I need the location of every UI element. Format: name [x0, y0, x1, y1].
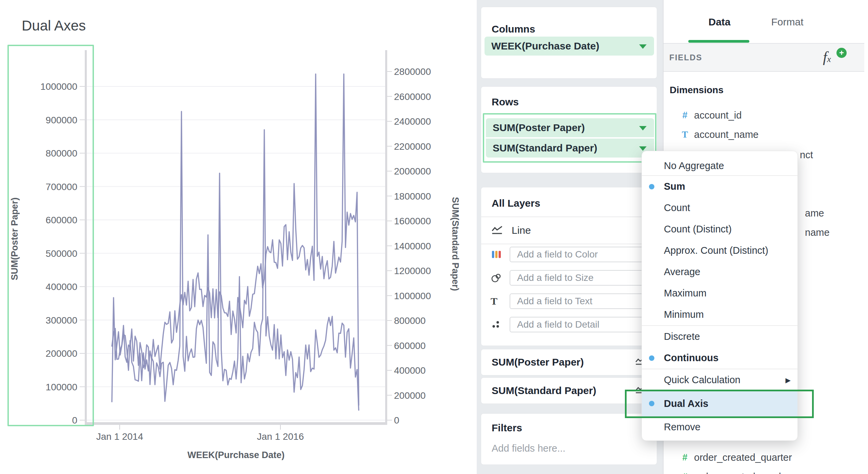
covered-field-fragment: ame: [805, 206, 824, 220]
svg-text:0: 0: [394, 415, 399, 426]
menu-item-label: Discrete: [664, 331, 700, 342]
field-item-account_name[interactable]: Taccount_name: [664, 125, 868, 144]
line-chart-icon: [491, 225, 503, 235]
measure-row-poster-paper[interactable]: SUM(Poster Paper): [481, 349, 657, 375]
chart-type-row[interactable]: Line: [481, 217, 657, 244]
svg-text:2800000: 2800000: [394, 66, 431, 77]
left-axis-highlight-box: [7, 45, 94, 426]
drop-target-row: Add a field to Detail: [481, 317, 657, 332]
dual-axis-highlight-box: [625, 390, 814, 418]
svg-text:2200000: 2200000: [394, 141, 431, 152]
app-window: Dual Axes 010000020000030000040000050000…: [0, 0, 868, 474]
add-calculated-field-button[interactable]: fx +: [823, 48, 847, 67]
drop-placeholder: Add a field to Text: [517, 296, 592, 307]
rows-card-title: Rows: [492, 96, 519, 108]
bottom-fields-list: #order_created_quarter#order_created_wee…: [664, 448, 868, 474]
field-name: account_id: [694, 110, 742, 121]
svg-text:Jan 1 2016: Jan 1 2016: [257, 431, 304, 442]
columns-card-title: Columns: [492, 23, 535, 35]
field-name: order_created_quarter: [694, 452, 792, 463]
all-layers-card: All Layers Line Add a field to ColorAdd …: [481, 187, 657, 346]
fields-header: FIELDS: [669, 44, 702, 71]
tab-data[interactable]: Data: [686, 10, 753, 34]
columns-pill[interactable]: WEEK(Purchase Date): [485, 37, 654, 56]
svg-text:800000: 800000: [394, 315, 426, 326]
menu-item-count-distinct[interactable]: Count (Distinct): [642, 219, 797, 240]
field-drop-input[interactable]: Add a field to Text: [510, 293, 657, 309]
menu-item-approx-count-distinct[interactable]: Approx. Count (Distinct): [642, 240, 797, 261]
svg-text:600000: 600000: [394, 341, 426, 351]
field-drop-input[interactable]: Add a field to Detail: [510, 317, 657, 332]
menu-item-label: Continuous: [664, 352, 718, 364]
field-name: order_created_week: [694, 471, 784, 474]
submenu-arrow-icon: ▶: [786, 376, 791, 384]
svg-text:Jan 1 2014: Jan 1 2014: [96, 431, 143, 442]
svg-text:200000: 200000: [394, 390, 426, 401]
columns-card: Columns WEEK(Purchase Date): [481, 7, 657, 79]
drop-target-row: Add a field to Size: [481, 270, 657, 286]
number-type-icon: #: [679, 452, 691, 463]
active-tab-underline: [688, 40, 749, 43]
field-item-order_created_week[interactable]: #order_created_week: [664, 467, 868, 474]
filters-card: Filters Add fields here...: [481, 413, 657, 465]
covered-field-fragment: name: [805, 226, 830, 239]
drop-placeholder: Add a field to Color: [517, 249, 598, 260]
fx-icon-sub: x: [827, 54, 831, 64]
svg-text:1000000: 1000000: [394, 291, 431, 301]
svg-text:SUM(Standard Paper): SUM(Standard Paper): [450, 197, 460, 291]
svg-text:1800000: 1800000: [394, 191, 431, 202]
filters-title: Filters: [492, 422, 522, 434]
all-layers-title: All Layers: [492, 198, 540, 209]
drop-target-list: Add a field to ColorAdd a field to SizeT…: [481, 247, 657, 345]
menu-item-quick-calculation[interactable]: Quick Calculation▶: [642, 369, 797, 391]
selected-dot-icon: [649, 184, 654, 189]
menu-item-maximum[interactable]: Maximum: [642, 283, 797, 304]
menu-item-sum[interactable]: Sum: [642, 176, 797, 197]
dropdown-caret-icon[interactable]: [639, 44, 647, 49]
chart-area: Dual Axes 010000020000030000040000050000…: [0, 0, 476, 474]
svg-text:1600000: 1600000: [394, 216, 431, 226]
menu-item-label: Average: [664, 266, 701, 277]
svg-text:400000: 400000: [394, 365, 426, 376]
menu-item-minimum[interactable]: Minimum: [642, 304, 797, 325]
size-circles-icon: [491, 273, 502, 283]
dimensions-list: #account_idTaccount_name: [664, 106, 868, 144]
svg-text:1400000: 1400000: [394, 241, 431, 251]
menu-item-count[interactable]: Count: [642, 197, 797, 219]
drop-placeholder: Add a field to Detail: [517, 319, 599, 330]
text-icon: T: [491, 296, 502, 306]
drop-placeholder: Add a field to Size: [517, 272, 594, 283]
covered-field-fragment: nct: [800, 148, 813, 162]
menu-item-label: Count (Distinct): [664, 224, 732, 235]
menu-item-average[interactable]: Average: [642, 261, 797, 283]
svg-text:1200000: 1200000: [394, 266, 431, 276]
measure-label: SUM(Poster Paper): [492, 356, 584, 368]
field-drop-input[interactable]: Add a field to Size: [510, 270, 657, 286]
menu-item-discrete[interactable]: Discrete: [642, 326, 797, 347]
svg-text:2000000: 2000000: [394, 166, 431, 177]
drop-target-row: Add a field to Color: [481, 247, 657, 262]
tab-format[interactable]: Format: [753, 10, 821, 34]
field-item-account_id[interactable]: #account_id: [664, 106, 868, 125]
menu-item-label: Remove: [664, 421, 701, 433]
number-type-icon: #: [679, 110, 691, 121]
measure-label: SUM(Standard Paper): [492, 385, 596, 396]
menu-item-label: Quick Calculation: [664, 374, 741, 386]
menu-item-label: Sum: [664, 181, 685, 192]
menu-item-label: Maximum: [664, 288, 707, 299]
color-bars-icon: [491, 249, 502, 260]
field-drop-input[interactable]: Add a field to Color: [510, 247, 657, 262]
detail-dots-icon: [491, 320, 502, 330]
filters-placeholder[interactable]: Add fields here...: [492, 443, 566, 454]
columns-pill-label: WEEK(Purchase Date): [491, 40, 599, 52]
menu-item-continuous[interactable]: Continuous: [642, 347, 797, 369]
menu-item-no-aggregate[interactable]: No Aggregate: [642, 157, 797, 175]
menu-item-remove[interactable]: Remove: [642, 416, 797, 438]
chart-type-label: Line: [512, 225, 531, 236]
selected-dot-icon: [649, 355, 654, 361]
tab-label: Data: [708, 16, 730, 27]
menu-item-label: No Aggregate: [664, 160, 724, 171]
menu-item-label: Approx. Count (Distinct): [664, 245, 768, 256]
field-item-order_created_quarter[interactable]: #order_created_quarter: [664, 448, 868, 467]
dimensions-header: Dimensions: [670, 85, 724, 96]
